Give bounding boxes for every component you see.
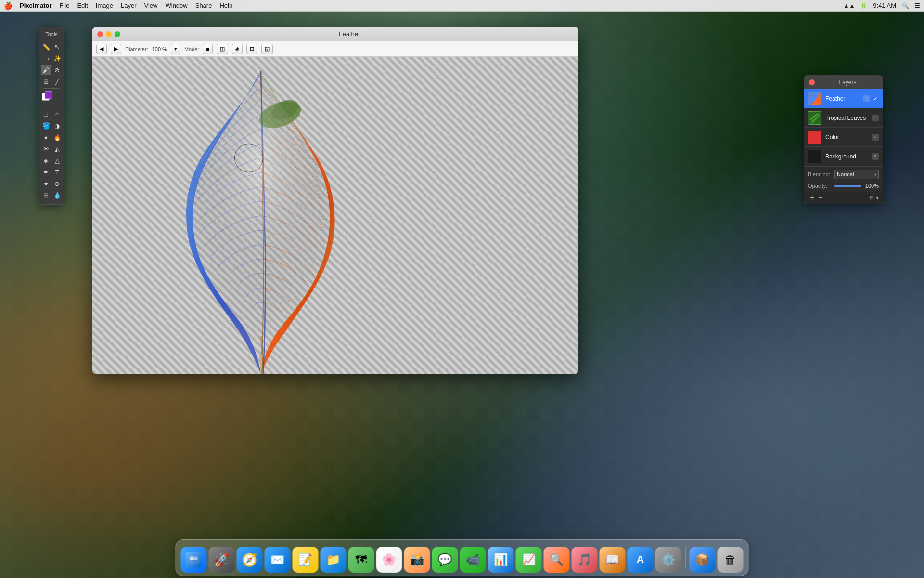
- tool-row-6: 🪣 ◑: [41, 120, 62, 131]
- menu-share[interactable]: Share: [195, 2, 212, 9]
- photos-icon: 🌸: [382, 553, 397, 566]
- tool-size-increase[interactable]: ▶: [111, 44, 121, 54]
- dock-itunes[interactable]: 🎵: [572, 547, 598, 573]
- eraser-tool[interactable]: ⊘: [52, 65, 62, 75]
- line-tool[interactable]: ╱: [52, 76, 62, 87]
- zoom-dropdown[interactable]: ▾: [171, 44, 180, 54]
- circle-tool[interactable]: ○: [52, 109, 62, 119]
- mode-extra[interactable]: ◱: [261, 44, 273, 54]
- layer-feather-visibility[interactable]: ≡: [863, 95, 870, 102]
- gradient-tool[interactable]: ◑: [52, 120, 62, 131]
- tool-size-decrease[interactable]: ◀: [96, 44, 107, 54]
- layer-background-thumb: [808, 150, 821, 163]
- mode-multiply[interactable]: ◈: [232, 44, 243, 54]
- dock-preview[interactable]: 🔍: [544, 547, 570, 573]
- dock-keynote[interactable]: 📊: [488, 547, 514, 573]
- dock-messages[interactable]: 💬: [432, 547, 458, 573]
- layers-panel-title: Layers: [818, 79, 878, 86]
- menu-edit[interactable]: Edit: [77, 2, 88, 9]
- app-name[interactable]: Pixelmator: [20, 2, 51, 9]
- dock-numbers[interactable]: 📈: [516, 547, 542, 573]
- select-tool[interactable]: ↖: [52, 41, 62, 52]
- layer-background-name: Background: [825, 153, 872, 160]
- dodge-tool[interactable]: ●: [41, 132, 51, 143]
- sharpen-tool[interactable]: △: [52, 155, 62, 166]
- mode-overlay[interactable]: ◫: [217, 44, 228, 54]
- dock-launchpad[interactable]: 🚀: [209, 547, 235, 573]
- zoom-tool[interactable]: ⊕: [52, 178, 62, 189]
- menu-layer[interactable]: Layer: [121, 2, 137, 9]
- eyedropper-tool[interactable]: 💧: [52, 190, 62, 200]
- dock-files[interactable]: 📁: [321, 547, 346, 573]
- measure-tool[interactable]: ⊞: [41, 190, 51, 200]
- add-layer-button[interactable]: +: [808, 194, 816, 202]
- window-maximize-button[interactable]: [115, 31, 120, 37]
- menu-image[interactable]: Image: [96, 2, 113, 9]
- mode-resize[interactable]: ⊞: [246, 44, 257, 54]
- stamp-tool[interactable]: ◭: [52, 144, 62, 154]
- dock-notes[interactable]: 📝: [293, 547, 319, 573]
- wifi-icon[interactable]: ▲▲: [844, 2, 855, 9]
- text-tool[interactable]: T: [52, 167, 62, 177]
- dock-safari[interactable]: 🧭: [237, 547, 263, 573]
- rect-select-tool[interactable]: ▭: [41, 53, 51, 64]
- window-titlebar: Feather: [92, 27, 578, 41]
- menu-list-icon[interactable]: ☰: [915, 2, 920, 9]
- layers-bottom-bar: + − ⚙ ▾: [804, 192, 883, 204]
- dock-app-store[interactable]: A: [628, 547, 654, 573]
- dock-maps[interactable]: 🗺: [348, 547, 374, 573]
- window-minimize-button[interactable]: [106, 31, 112, 37]
- tool-row-12: ⊞ 💧: [41, 190, 62, 200]
- files-icon: 📁: [326, 553, 341, 566]
- messages-icon: 💬: [438, 553, 452, 566]
- opacity-slider[interactable]: [834, 185, 861, 187]
- rect-shape-tool[interactable]: □: [41, 109, 51, 119]
- dock-system-preferences[interactable]: ⚙️: [655, 547, 681, 573]
- tool-row-1: ✏️ ↖: [41, 41, 62, 52]
- pen-tool[interactable]: ✒: [41, 167, 51, 177]
- layers-settings-button[interactable]: ⚙ ▾: [869, 195, 879, 201]
- paint-tool[interactable]: ✏️: [41, 41, 51, 52]
- menu-help[interactable]: Help: [219, 2, 232, 9]
- blur-tool[interactable]: ◈: [41, 155, 51, 166]
- battery-icon: 🔋: [860, 2, 867, 9]
- eye-tool[interactable]: 👁: [41, 144, 51, 154]
- blending-chevron-icon: ▾: [874, 172, 876, 177]
- dock-finder[interactable]: [181, 547, 207, 573]
- foreground-color-swatch[interactable]: [45, 91, 52, 99]
- menubar-left: 🍎 Pixelmator File Edit Image Layer View …: [4, 2, 232, 10]
- system-preferences-icon: ⚙️: [661, 553, 676, 566]
- blending-label: Blending:: [808, 171, 834, 177]
- menu-view[interactable]: View: [144, 2, 158, 9]
- dock-mail[interactable]: ✉️: [265, 547, 291, 573]
- crop-tool[interactable]: ⊞: [41, 76, 51, 87]
- layer-background[interactable]: Background ≡: [804, 147, 883, 166]
- burn-tool[interactable]: 🔥: [52, 132, 62, 143]
- layer-background-visibility[interactable]: ≡: [872, 153, 879, 160]
- dock-photo-booth[interactable]: 📸: [404, 547, 430, 573]
- layer-color-visibility[interactable]: ≡: [872, 134, 879, 141]
- remove-layer-button[interactable]: −: [816, 194, 824, 202]
- blending-select[interactable]: Normal ▾: [834, 170, 879, 179]
- layer-tropical-visibility[interactable]: ≡: [872, 115, 879, 121]
- layer-tropical[interactable]: Tropical Leaves ≡: [804, 108, 883, 128]
- mode-normal[interactable]: ■: [203, 44, 213, 54]
- apple-menu[interactable]: 🍎: [4, 2, 12, 10]
- search-icon[interactable]: 🔍: [902, 2, 909, 9]
- layer-color[interactable]: Color ≡: [804, 128, 883, 147]
- brush-tool[interactable]: 🖌: [41, 65, 51, 75]
- window-close-button[interactable]: [97, 31, 103, 37]
- dock-trash[interactable]: 🗑: [718, 547, 744, 573]
- dock-dropbox[interactable]: 📦: [690, 547, 716, 573]
- dock-facetime[interactable]: 📹: [460, 547, 486, 573]
- menu-window[interactable]: Window: [165, 2, 187, 9]
- dock-books[interactable]: 📖: [600, 547, 626, 573]
- heart-tool[interactable]: ♥: [41, 178, 51, 189]
- canvas-area[interactable]: [92, 57, 578, 374]
- fill-tool[interactable]: 🪣: [41, 120, 51, 131]
- dock-photos[interactable]: 🌸: [376, 547, 402, 573]
- magic-select-tool[interactable]: ✨: [52, 53, 62, 64]
- layer-feather[interactable]: Feather ≡ ✓: [804, 89, 883, 108]
- menu-file[interactable]: File: [59, 2, 69, 9]
- layers-close-button[interactable]: [809, 79, 815, 85]
